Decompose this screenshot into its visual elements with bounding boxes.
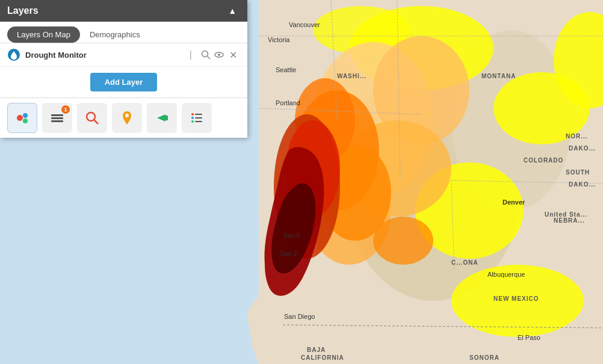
svg-rect-60: [51, 114, 63, 116]
layer-row: Drought Monitor | ✕: [0, 43, 247, 67]
svg-text:CALIFORNIA: CALIFORNIA: [301, 354, 344, 361]
svg-marker-66: [157, 114, 165, 122]
search-tool-button[interactable]: [77, 103, 107, 133]
svg-text:SOUTH: SOUTH: [566, 169, 590, 176]
svg-text:BAJA: BAJA: [307, 347, 326, 353]
location-tool-button[interactable]: [112, 103, 142, 133]
list-icon: [188, 110, 205, 126]
svg-text:El Paso: El Paso: [518, 334, 540, 341]
svg-point-53: [202, 51, 208, 57]
svg-text:MONTANA: MONTANA: [481, 73, 516, 79]
panel-title: Layers: [7, 5, 39, 16]
layers-tool-button[interactable]: 1: [42, 103, 72, 133]
route-icon: [153, 110, 170, 126]
svg-text:Seattle: Seattle: [276, 66, 296, 73]
svg-text:NEW MEXICO: NEW MEXICO: [493, 295, 539, 302]
list-tool-button[interactable]: [182, 103, 212, 133]
svg-point-70: [191, 117, 194, 119]
toolbar: 1: [0, 97, 247, 138]
svg-rect-61: [51, 117, 63, 119]
svg-point-68: [191, 113, 194, 116]
svg-point-65: [125, 114, 129, 117]
svg-rect-73: [195, 121, 202, 122]
svg-point-63: [87, 113, 95, 121]
svg-text:Denver: Denver: [502, 199, 525, 206]
tab-layers-on-map[interactable]: Layers On Map: [7, 26, 80, 43]
svg-point-72: [191, 120, 194, 123]
svg-text:San F...: San F...: [283, 232, 305, 239]
svg-text:Portland: Portland: [276, 99, 300, 106]
svg-text:NEBRA...: NEBRA...: [554, 217, 585, 224]
svg-point-59: [23, 119, 28, 123]
route-tool-button[interactable]: [147, 103, 177, 133]
layer-name: Drought Monitor: [25, 51, 185, 60]
svg-text:Victoria: Victoria: [268, 36, 290, 43]
add-layer-row: Add Layer: [0, 67, 247, 97]
location-icon: [119, 110, 135, 126]
points-icon: [14, 110, 31, 126]
svg-rect-62: [51, 120, 63, 122]
svg-point-20: [373, 217, 433, 265]
svg-text:NOR...: NOR...: [566, 133, 588, 140]
svg-point-56: [218, 54, 220, 56]
svg-rect-69: [195, 114, 202, 115]
svg-text:COLORADO: COLORADO: [524, 157, 563, 164]
svg-rect-67: [165, 116, 168, 120]
svg-text:C...ONA: C...ONA: [451, 259, 478, 266]
search-tool-icon: [84, 110, 100, 126]
add-layer-button[interactable]: Add Layer: [90, 73, 158, 91]
layer-separator: |: [190, 49, 192, 60]
drought-monitor-icon: [7, 48, 20, 61]
svg-line-64: [94, 120, 99, 125]
svg-text:Vancouver: Vancouver: [289, 21, 320, 28]
close-button[interactable]: ✕: [229, 49, 240, 60]
svg-point-57: [17, 115, 23, 121]
collapse-button[interactable]: ▲: [224, 5, 240, 17]
svg-line-54: [208, 57, 211, 60]
eye-icon[interactable]: [214, 49, 224, 60]
layers-badge: 1: [61, 105, 70, 114]
svg-text:Albuquerque: Albuquerque: [487, 271, 525, 278]
svg-text:San J...: San J...: [280, 250, 302, 257]
layers-panel: Layers ▲ Layers On Map Demographics Drou…: [0, 0, 247, 138]
tab-bar: Layers On Map Demographics: [0, 22, 247, 43]
points-tool-button[interactable]: [7, 103, 37, 133]
svg-text:United Sta...: United Sta...: [545, 211, 587, 218]
panel-header: Layers ▲: [0, 0, 247, 22]
svg-text:SONORA: SONORA: [469, 354, 499, 361]
svg-text:WASHI...: WASHI...: [337, 73, 366, 79]
tab-demographics[interactable]: Demographics: [80, 26, 150, 43]
search-layer-icon[interactable]: [200, 49, 211, 60]
svg-rect-71: [195, 117, 202, 119]
svg-text:DAKO...: DAKO...: [569, 145, 596, 152]
svg-text:San Diego: San Diego: [284, 313, 315, 320]
svg-text:DAKO...: DAKO...: [569, 181, 596, 188]
svg-point-58: [23, 113, 28, 118]
